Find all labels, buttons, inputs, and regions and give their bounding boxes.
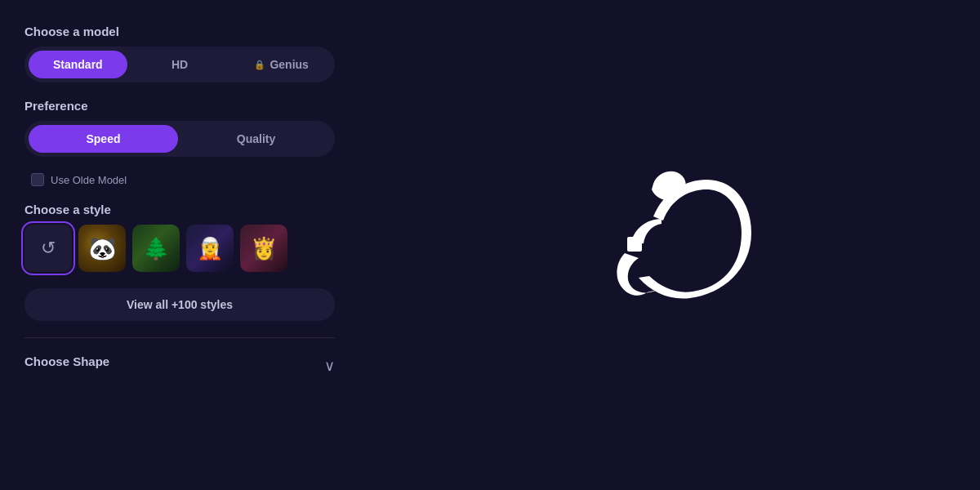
- choose-shape-row[interactable]: Choose Shape ∨: [24, 354, 335, 376]
- pref-btn-quality[interactable]: Quality: [181, 125, 331, 153]
- divider: [24, 337, 335, 338]
- style-thumb-elf[interactable]: [186, 225, 234, 272]
- pref-btn-speed[interactable]: Speed: [29, 125, 178, 153]
- right-panel: [359, 0, 980, 490]
- choose-shape-label: Choose Shape: [24, 354, 109, 368]
- view-all-styles-button[interactable]: View all +100 styles: [24, 288, 335, 321]
- chevron-down-icon: ∨: [324, 357, 335, 375]
- model-selector: Standard HD 🔒 Genius: [24, 47, 335, 82]
- left-panel: Choose a model Standard HD 🔒 Genius Pref…: [0, 0, 359, 490]
- app-logo: [580, 155, 760, 335]
- model-section: Choose a model Standard HD 🔒 Genius: [24, 24, 335, 82]
- reset-icon: ↺: [41, 238, 56, 259]
- use-old-model-checkbox[interactable]: [31, 173, 44, 186]
- model-btn-genius[interactable]: 🔒 Genius: [232, 51, 331, 78]
- style-thumb-panda[interactable]: [78, 225, 126, 272]
- style-thumb-princess[interactable]: [240, 225, 287, 272]
- model-btn-standard[interactable]: Standard: [29, 51, 127, 78]
- preference-section-label: Preference: [24, 99, 335, 113]
- model-btn-hd[interactable]: HD: [131, 51, 229, 78]
- lock-icon: 🔒: [254, 60, 265, 70]
- logo-container: [555, 131, 784, 359]
- use-old-model-label: Use Olde Model: [51, 174, 127, 186]
- use-old-model-row: Use Olde Model: [24, 173, 335, 186]
- style-row: ↺: [24, 225, 335, 272]
- style-section-label: Choose a style: [24, 203, 335, 216]
- style-thumb-reset[interactable]: ↺: [24, 225, 72, 272]
- style-section: Choose a style ↺: [24, 203, 335, 272]
- preference-section: Preference Speed Quality: [24, 99, 335, 157]
- model-section-label: Choose a model: [24, 24, 335, 38]
- style-thumb-forest[interactable]: [132, 225, 180, 272]
- preference-selector: Speed Quality: [24, 121, 335, 157]
